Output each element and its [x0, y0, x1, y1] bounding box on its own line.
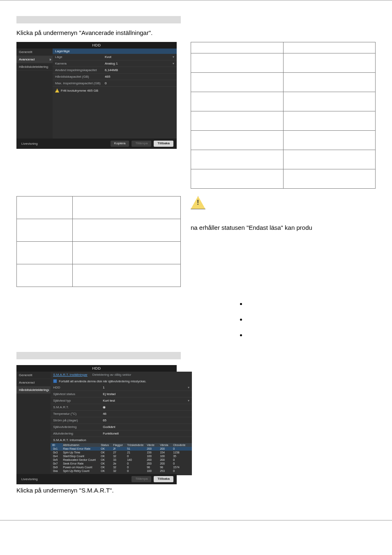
placeholder-table-right: [191, 42, 376, 189]
apply-button[interactable]: Tillämpa: [131, 141, 151, 147]
sidebar: Generellt Avancerad Hårddiskdetektering: [16, 372, 51, 475]
intro-text-2: Klicka på undermenyn "S.M.A.R.T".: [16, 487, 376, 494]
sidebar-item-general[interactable]: Generellt: [16, 372, 51, 379]
caution-text: na erhåller statusen "Endast läsa" kan p…: [191, 209, 376, 231]
row-mode[interactable]: LägeKvot▾: [53, 54, 177, 60]
row-used-capacity: Använd inspelningskapacitet6,144MB: [53, 67, 177, 74]
sidebar: Generellt Avancerad Hårddiskdetektering: [16, 49, 53, 139]
sidebar-item-advanced[interactable]: Avancerad: [16, 379, 51, 386]
window-title: HDD: [16, 365, 177, 372]
panel: Lagerläge LägeKvot▾ KameraAnalog 1▾ Anvä…: [53, 49, 177, 139]
tab-bad-sector[interactable]: Detektering av dålig sektor: [92, 373, 131, 377]
live-view-link[interactable]: Livevisning: [20, 141, 39, 147]
table-row: 0x9Power-on Hours CountOK32098981574: [51, 465, 192, 469]
screenshot-hdd-smart: HDD Generellt Avancerad Hårddiskdetekter…: [16, 365, 177, 484]
footer-bar: Livevisning Tillämpa Tillbaka: [16, 474, 177, 484]
chevron-down-icon: ▾: [173, 55, 174, 59]
list-item: [247, 300, 376, 316]
smart-table-header: IDAttributnamnStatusFlaggorTröskelvärdeV…: [51, 443, 192, 447]
panel: S.M.A.R.T. Inställningar Detektering av …: [51, 372, 192, 475]
footer-bar: Livevisning Kopiera Tillämpa Tillbaka: [16, 139, 177, 149]
back-button[interactable]: Tillbaka: [154, 141, 173, 147]
sidebar-item-general[interactable]: Generellt: [16, 49, 53, 56]
smart-info-title: S.M.A.R.T. Information: [51, 437, 192, 443]
redaction-bar: [16, 16, 181, 23]
list-item: [247, 316, 376, 331]
intro-text-1: Klicka på undermenyn "Avancerade inställ…: [16, 29, 376, 36]
checkbox-icon[interactable]: [53, 379, 57, 383]
table-row: 0x7Seek Error RateOK2e02002000: [51, 462, 192, 465]
caution-icon: [191, 196, 205, 209]
placeholder-table-left: [16, 196, 181, 287]
row-alleval: AllutvärderingFunktionell: [51, 430, 192, 437]
sidebar-item-detection[interactable]: Hårddiskdetektering: [16, 386, 51, 394]
sidebar-item-advanced[interactable]: Avancerad: [16, 56, 53, 63]
row-hdd-capacity: Hårddiskkapacitet (GB)465: [53, 74, 177, 80]
table-row: 0x3Spin Up TimeOK27211561541158: [51, 451, 192, 454]
table-row: 0x4Start/Stop CountOK32010010035: [51, 454, 192, 458]
apply-button[interactable]: Tillämpa: [131, 476, 151, 482]
screenshot-hdd-advanced: HDD Generellt Avancerad Hårddiskdetekter…: [16, 42, 177, 149]
table-row: 0x5Reallocated Sector CountOK33140200200…: [51, 458, 192, 462]
sidebar-item-detection[interactable]: Hårddiskdetektering: [16, 63, 53, 71]
continue-checkbox-row[interactable]: Fortsätt att använda denna disk när själ…: [51, 378, 192, 384]
row-selftest-type[interactable]: Självtest typKort test▾: [51, 398, 192, 404]
bullet-list: [230, 300, 376, 347]
tab-smart[interactable]: S.M.A.R.T. Inställningar: [53, 373, 88, 377]
row-power-days: Ström på (dagar)65: [51, 417, 192, 424]
table-row: 0x1Raw Read Error RateOK2f512002000: [51, 447, 192, 451]
row-camera[interactable]: KameraAnalog 1▾: [53, 60, 177, 67]
row-selfeval: SjälvutvärderingGodkänt: [51, 424, 192, 430]
warning-row: Fritt kvotutrymme 465 GB: [53, 87, 177, 94]
list-item: [247, 331, 376, 347]
live-view-link[interactable]: Livevisning: [20, 476, 39, 482]
window-title: HDD: [16, 42, 177, 49]
copy-button[interactable]: Kopiera: [111, 141, 129, 147]
warning-icon: [55, 88, 59, 92]
row-temp: Temperatur (°C)46: [51, 411, 192, 417]
panel-heading: Lagerläge: [53, 49, 177, 54]
row-max-capacity[interactable]: Max. inspelningskapacitet (GB)0: [53, 80, 177, 87]
row-hdd[interactable]: HDD1▾: [51, 384, 192, 391]
chevron-down-icon: ▾: [188, 399, 189, 402]
row-smart[interactable]: S.M.A.R.T.◉: [51, 404, 192, 411]
redaction-bar: [16, 352, 181, 359]
back-button[interactable]: Tillbaka: [154, 476, 173, 482]
row-selftest-status: Självtest statusEj testad: [51, 391, 192, 398]
chevron-down-icon: ▾: [173, 62, 174, 65]
table-row: 0xaSpin Up Retry CountOK3201002530: [51, 469, 192, 473]
chevron-down-icon: ▾: [188, 386, 189, 389]
